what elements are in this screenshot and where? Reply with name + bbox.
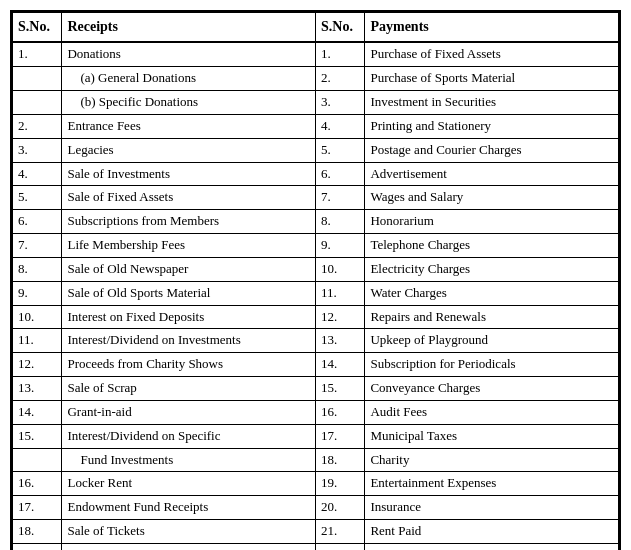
- payment-text: Purchase of Fixed Assets: [365, 42, 619, 66]
- table-row: 2.Entrance Fees4.Printing and Stationery: [13, 114, 619, 138]
- payment-sno: 22.: [315, 544, 364, 550]
- table-row: 1.Donations1.Purchase of Fixed Assets: [13, 42, 619, 66]
- header-receipts: Receipts: [62, 13, 316, 43]
- receipt-text: Interest/Dividend on Investments: [62, 329, 316, 353]
- table-row: 15.Interest/Dividend on Specific17.Munic…: [13, 424, 619, 448]
- payment-text: Rates and Taxes: [365, 544, 619, 550]
- receipt-text: Sale of Fixed Assets: [62, 186, 316, 210]
- payment-sno: 9.: [315, 234, 364, 258]
- receipt-text: (a) General Donations: [62, 67, 316, 91]
- payment-text: Insurance: [365, 496, 619, 520]
- receipt-text: Entrance Fees: [62, 114, 316, 138]
- payment-text: Honorarium: [365, 210, 619, 234]
- table-row: 5.Sale of Fixed Assets7.Wages and Salary: [13, 186, 619, 210]
- payment-sno: 1.: [315, 42, 364, 66]
- header-sno-right: S.No.: [315, 13, 364, 43]
- receipt-sno: [13, 67, 62, 91]
- payment-sno: 14.: [315, 353, 364, 377]
- receipt-text: Grant-in-aid: [62, 400, 316, 424]
- payment-sno: 7.: [315, 186, 364, 210]
- receipt-sno: 6.: [13, 210, 62, 234]
- receipt-sno: [13, 544, 62, 550]
- payment-sno: 12.: [315, 305, 364, 329]
- payment-sno: 8.: [315, 210, 364, 234]
- payment-sno: 11.: [315, 281, 364, 305]
- header-sno-left: S.No.: [13, 13, 62, 43]
- payment-text: Charity: [365, 448, 619, 472]
- receipt-sno: 11.: [13, 329, 62, 353]
- table-row: Fund Investments18.Charity: [13, 448, 619, 472]
- payment-sno: 15.: [315, 377, 364, 401]
- table-row: 8.Sale of Old Newspaper10.Electricity Ch…: [13, 257, 619, 281]
- table-row: 4.Sale of Investments6.Advertisement: [13, 162, 619, 186]
- receipt-text: Sale of Tickets: [62, 520, 316, 544]
- main-table-container: S.No. Receipts S.No. Payments 1.Donation…: [10, 10, 621, 550]
- receipt-text: Donations: [62, 42, 316, 66]
- table-row: 18.Sale of Tickets21.Rent Paid: [13, 520, 619, 544]
- payment-text: Wages and Salary: [365, 186, 619, 210]
- table-row: 16.Locker Rent19.Entertainment Expenses: [13, 472, 619, 496]
- table-row: 17.Endowment Fund Receipts20.Insurance: [13, 496, 619, 520]
- header-payments: Payments: [365, 13, 619, 43]
- payment-sno: 2.: [315, 67, 364, 91]
- payment-text: Conveyance Charges: [365, 377, 619, 401]
- receipt-text: Sale of Investments: [62, 162, 316, 186]
- receipt-text: Fund Investments: [62, 448, 316, 472]
- payment-text: Audit Fees: [365, 400, 619, 424]
- table-row: (a) General Donations2.Purchase of Sport…: [13, 67, 619, 91]
- receipt-sno: 12.: [13, 353, 62, 377]
- receipt-sno: [13, 448, 62, 472]
- receipt-sno: 7.: [13, 234, 62, 258]
- payment-text: Rent Paid: [365, 520, 619, 544]
- payment-sno: 3.: [315, 90, 364, 114]
- table-row: 6.Subscriptions from Members8.Honorarium: [13, 210, 619, 234]
- payment-text: Municipal Taxes: [365, 424, 619, 448]
- payment-sno: 5.: [315, 138, 364, 162]
- payment-text: Electricity Charges: [365, 257, 619, 281]
- table-row: 10.Interest on Fixed Deposits12.Repairs …: [13, 305, 619, 329]
- receipt-sno: 15.: [13, 424, 62, 448]
- receipt-text: Life Membership Fees: [62, 234, 316, 258]
- table-row: 12.Proceeds from Charity Shows14.Subscri…: [13, 353, 619, 377]
- payment-text: Printing and Stationery: [365, 114, 619, 138]
- table-row: 7.Life Membership Fees9.Telephone Charge…: [13, 234, 619, 258]
- payment-text: Repairs and Renewals: [365, 305, 619, 329]
- receipt-sno: 16.: [13, 472, 62, 496]
- receipt-sno: [13, 90, 62, 114]
- receipt-sno: 17.: [13, 496, 62, 520]
- payment-text: Upkeep of Playground: [365, 329, 619, 353]
- table-row: 13.Sale of Scrap15.Conveyance Charges: [13, 377, 619, 401]
- table-row: 14.Grant-in-aid16.Audit Fees: [13, 400, 619, 424]
- receipt-sno: 2.: [13, 114, 62, 138]
- payment-sno: 21.: [315, 520, 364, 544]
- payment-text: Water Charges: [365, 281, 619, 305]
- receipt-sno: 8.: [13, 257, 62, 281]
- receipt-sno: 10.: [13, 305, 62, 329]
- receipt-sno: 3.: [13, 138, 62, 162]
- table-row: 22.Rates and Taxes: [13, 544, 619, 550]
- table-row: 11.Interest/Dividend on Investments13.Up…: [13, 329, 619, 353]
- receipt-sno: 18.: [13, 520, 62, 544]
- payment-sno: 4.: [315, 114, 364, 138]
- receipt-text: Sale of Old Newspaper: [62, 257, 316, 281]
- payment-text: Purchase of Sports Material: [365, 67, 619, 91]
- payment-text: Entertainment Expenses: [365, 472, 619, 496]
- table-row: (b) Specific Donations3.Investment in Se…: [13, 90, 619, 114]
- receipt-text: Interest on Fixed Deposits: [62, 305, 316, 329]
- payment-text: Investment in Securities: [365, 90, 619, 114]
- payment-text: Subscription for Periodicals: [365, 353, 619, 377]
- receipt-text: Interest/Dividend on Specific: [62, 424, 316, 448]
- table-row: 9.Sale of Old Sports Material11.Water Ch…: [13, 281, 619, 305]
- payment-text: Advertisement: [365, 162, 619, 186]
- receipt-text: Endowment Fund Receipts: [62, 496, 316, 520]
- receipt-sno: 4.: [13, 162, 62, 186]
- receipt-sno: 5.: [13, 186, 62, 210]
- receipt-text: Legacies: [62, 138, 316, 162]
- payment-sno: 17.: [315, 424, 364, 448]
- payment-sno: 18.: [315, 448, 364, 472]
- receipt-sno: 9.: [13, 281, 62, 305]
- receipt-text: Sale of Old Sports Material: [62, 281, 316, 305]
- payment-sno: 16.: [315, 400, 364, 424]
- receipt-text: (b) Specific Donations: [62, 90, 316, 114]
- table-row: 3.Legacies5.Postage and Courier Charges: [13, 138, 619, 162]
